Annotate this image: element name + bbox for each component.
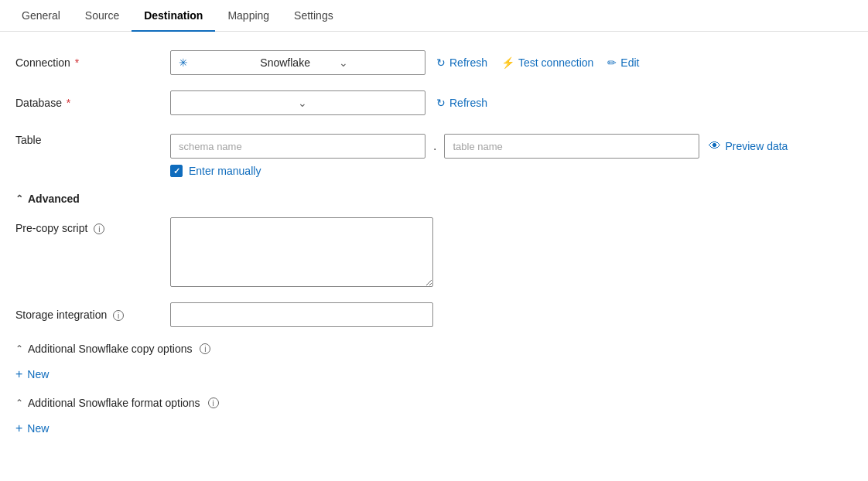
connection-refresh-button[interactable]: ↻ Refresh [433, 56, 490, 69]
dot-separator: . [433, 139, 436, 153]
database-refresh-button[interactable]: ↻ Refresh [433, 97, 490, 109]
storage-integration-input[interactable] [170, 302, 433, 327]
storage-integration-info-icon: i [113, 310, 124, 321]
database-required: * [63, 97, 70, 109]
tab-bar: General Source Destination Mapping Setti… [0, 0, 868, 32]
database-refresh-icon: ↻ [436, 97, 446, 109]
edit-icon: ✏ [607, 56, 617, 69]
format-options-chevron-icon: ⌃ [15, 397, 23, 408]
snowflake-icon: ✳ [179, 56, 257, 69]
connection-value: Snowflake [260, 56, 338, 69]
schema-input[interactable] [170, 134, 425, 159]
pre-copy-info-icon: i [94, 223, 104, 234]
storage-integration-label: Storage integration i [15, 309, 170, 321]
database-label: Database * [15, 97, 170, 109]
advanced-label: Advanced [28, 193, 80, 205]
tab-settings[interactable]: Settings [282, 0, 346, 31]
connection-select[interactable]: ✳ Snowflake ⌄ [170, 50, 425, 75]
tab-general[interactable]: General [9, 0, 73, 31]
edit-button[interactable]: ✏ Edit [604, 56, 642, 69]
test-connection-icon: ⚡ [501, 56, 514, 69]
connection-label: Connection * [15, 56, 170, 69]
database-chevron-icon: ⌄ [298, 97, 417, 109]
pre-copy-script-input[interactable] [170, 217, 433, 287]
storage-integration-row: Storage integration i [15, 302, 853, 327]
database-row: Database * ⌄ ↻ Refresh [15, 90, 853, 115]
advanced-chevron-icon: ⌃ [15, 193, 23, 204]
table-row: Table . 👁 Preview data Enter manually [15, 131, 853, 177]
copy-options-section: ⌃ Additional Snowflake copy options i + … [15, 343, 853, 384]
copy-options-header[interactable]: ⌃ Additional Snowflake copy options i [15, 343, 853, 355]
format-options-new-button[interactable]: + New [15, 418, 49, 438]
main-content: Connection * ✳ Snowflake ⌄ ↻ Refresh ⚡ T… [0, 32, 868, 469]
enter-manually-checkbox[interactable] [170, 165, 183, 177]
copy-options-plus-icon: + [15, 367, 22, 381]
table-label: Table [15, 134, 170, 146]
connection-required: * [72, 56, 79, 69]
preview-data-icon: 👁 [709, 139, 721, 153]
tab-source[interactable]: Source [73, 0, 132, 31]
format-options-label: Additional Snowflake format options [28, 397, 200, 409]
format-options-plus-icon: + [15, 421, 22, 435]
format-options-header[interactable]: ⌃ Additional Snowflake format options i [15, 397, 853, 409]
connection-controls: ✳ Snowflake ⌄ ↻ Refresh ⚡ Test connectio… [170, 50, 853, 75]
table-inputs: . 👁 Preview data [170, 134, 791, 159]
copy-options-label: Additional Snowflake copy options [28, 343, 192, 355]
database-controls: ⌄ ↻ Refresh [170, 90, 853, 115]
advanced-section-header[interactable]: ⌃ Advanced [15, 193, 853, 205]
table-name-input[interactable] [444, 134, 699, 159]
pre-copy-row: Pre-copy script i [15, 217, 853, 287]
format-options-info-icon: i [208, 397, 219, 408]
copy-options-new-button[interactable]: + New [15, 364, 49, 384]
copy-options-chevron-icon: ⌃ [15, 343, 23, 354]
test-connection-button[interactable]: ⚡ Test connection [498, 56, 596, 69]
connection-row: Connection * ✳ Snowflake ⌄ ↻ Refresh ⚡ T… [15, 50, 853, 75]
enter-manually-label: Enter manually [189, 165, 261, 177]
database-select[interactable]: ⌄ [170, 90, 425, 115]
tab-destination[interactable]: Destination [132, 0, 215, 31]
format-options-section: ⌃ Additional Snowflake format options i … [15, 397, 853, 438]
pre-copy-label: Pre-copy script i [15, 217, 170, 234]
copy-options-info-icon: i [200, 343, 210, 354]
table-controls: . 👁 Preview data Enter manually [170, 134, 791, 177]
refresh-icon: ↻ [436, 56, 446, 69]
tabs-nav: General Source Destination Mapping Setti… [0, 0, 868, 32]
enter-manually-row: Enter manually [170, 165, 791, 177]
preview-data-button[interactable]: 👁 Preview data [706, 139, 791, 153]
connection-chevron-icon: ⌄ [339, 56, 417, 69]
tab-mapping[interactable]: Mapping [215, 0, 282, 31]
